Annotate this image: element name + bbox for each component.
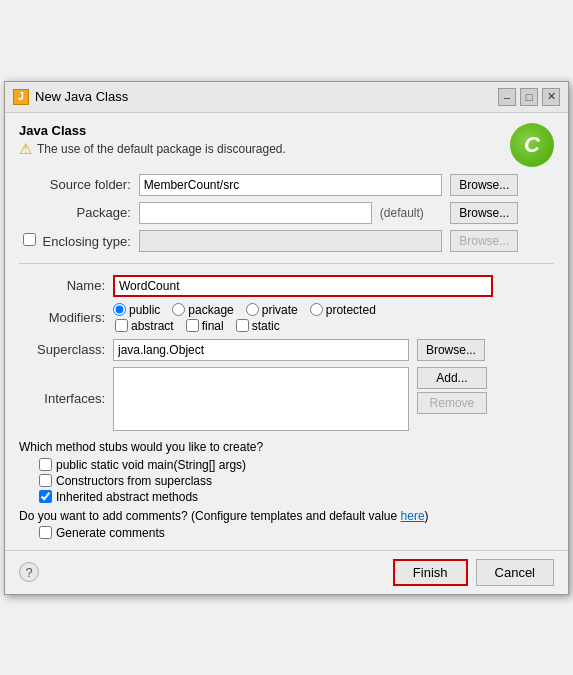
name-table: Name: Modifiers: public xyxy=(19,272,554,434)
modifier-protected[interactable]: protected xyxy=(310,303,376,317)
source-folder-label: Source folder: xyxy=(19,171,135,199)
superclass-browse-cell: Browse... xyxy=(413,336,554,364)
warning-row: ⚠ The use of the default package is disc… xyxy=(19,140,286,158)
stub-label-1: Constructors from superclass xyxy=(56,474,212,488)
finish-button[interactable]: Finish xyxy=(393,559,468,586)
dialog-body: Java Class ⚠ The use of the default pack… xyxy=(5,113,568,550)
stub-checkbox-0[interactable] xyxy=(39,458,52,471)
interfaces-remove-button[interactable]: Remove xyxy=(417,392,487,414)
title-text: New Java Class xyxy=(35,89,128,104)
modifier-abstract[interactable]: abstract xyxy=(115,319,174,333)
modifiers-radios: public package private xyxy=(113,303,550,317)
cancel-button[interactable]: Cancel xyxy=(476,559,554,586)
stub-item-2: Inherited abstract methods xyxy=(39,490,554,504)
generate-comments-label: Generate comments xyxy=(56,526,165,540)
superclass-label: Superclass: xyxy=(19,336,109,364)
package-browse-button[interactable]: Browse... xyxy=(450,202,518,224)
modifier-protected-label: protected xyxy=(326,303,376,317)
modifier-private-radio[interactable] xyxy=(246,303,259,316)
title-bar-left: J New Java Class xyxy=(13,89,128,105)
enclosing-type-input[interactable] xyxy=(139,230,442,252)
modifier-static[interactable]: static xyxy=(236,319,280,333)
interfaces-add-button[interactable]: Add... xyxy=(417,367,487,389)
comments-question-end: ) xyxy=(425,509,429,523)
help-button[interactable]: ? xyxy=(19,562,39,582)
modifier-static-checkbox[interactable] xyxy=(236,319,249,332)
package-label: Package: xyxy=(19,199,135,227)
interfaces-input-cell xyxy=(109,364,413,434)
name-input-cell xyxy=(109,272,554,300)
comments-question: Do you want to add comments? (Configure … xyxy=(19,509,554,523)
stub-label-2: Inherited abstract methods xyxy=(56,490,198,504)
modifier-abstract-checkbox[interactable] xyxy=(115,319,128,332)
section-header: Java Class ⚠ The use of the default pack… xyxy=(19,123,554,167)
package-browse-cell: Browse... xyxy=(446,199,554,227)
modifier-static-label: static xyxy=(252,319,280,333)
enclosing-type-label: Enclosing type: xyxy=(19,227,135,255)
footer-right: Finish Cancel xyxy=(393,559,554,586)
modifier-private[interactable]: private xyxy=(246,303,298,317)
comments-link[interactable]: here xyxy=(401,509,425,523)
minimize-button[interactable]: – xyxy=(498,88,516,106)
modifiers-cell: public package private xyxy=(109,300,554,336)
name-input[interactable] xyxy=(113,275,493,297)
enclosing-type-row: Enclosing type: Browse... xyxy=(19,227,554,255)
close-button[interactable]: ✕ xyxy=(542,88,560,106)
title-bar: J New Java Class – □ ✕ xyxy=(5,82,568,113)
comments-row: Generate comments xyxy=(39,526,554,540)
source-folder-row: Source folder: Browse... xyxy=(19,171,554,199)
maximize-button[interactable]: □ xyxy=(520,88,538,106)
source-folder-browse-button[interactable]: Browse... xyxy=(450,174,518,196)
package-input[interactable] xyxy=(139,202,372,224)
modifier-private-label: private xyxy=(262,303,298,317)
name-label: Name: xyxy=(19,272,109,300)
modifier-package-radio[interactable] xyxy=(172,303,185,316)
section-header-left: Java Class ⚠ The use of the default pack… xyxy=(19,123,286,166)
enclosing-type-input-cell xyxy=(135,227,446,255)
name-row: Name: xyxy=(19,272,554,300)
warning-text: The use of the default package is discou… xyxy=(37,142,286,156)
stub-item-1: Constructors from superclass xyxy=(39,474,554,488)
enclosing-type-checkbox[interactable] xyxy=(23,233,36,246)
superclass-browse-button[interactable]: Browse... xyxy=(417,339,485,361)
modifiers-checkboxes: abstract final static xyxy=(113,319,550,333)
generate-comments-checkbox[interactable] xyxy=(39,526,52,539)
stub-checkbox-1[interactable] xyxy=(39,474,52,487)
modifier-package[interactable]: package xyxy=(172,303,233,317)
stub-checkbox-2[interactable] xyxy=(39,490,52,503)
source-folder-input-cell xyxy=(135,171,446,199)
form-table: Source folder: Browse... Package: (defau… xyxy=(19,171,554,255)
superclass-input-cell xyxy=(109,336,413,364)
modifier-public[interactable]: public xyxy=(113,303,160,317)
source-folder-input[interactable] xyxy=(139,174,442,196)
modifier-final-checkbox[interactable] xyxy=(186,319,199,332)
java-class-icon: J xyxy=(13,89,29,105)
modifier-final-label: final xyxy=(202,319,224,333)
dialog-footer: ? Finish Cancel xyxy=(5,550,568,594)
enclosing-type-browse-cell: Browse... xyxy=(446,227,554,255)
stub-item-0: public static void main(String[] args) xyxy=(39,458,554,472)
package-default-text: (default) xyxy=(380,206,424,220)
package-row: Package: (default) Browse... xyxy=(19,199,554,227)
modifier-abstract-label: abstract xyxy=(131,319,174,333)
superclass-input[interactable] xyxy=(113,339,409,361)
modifiers-label: Modifiers: xyxy=(19,300,109,336)
modifier-protected-radio[interactable] xyxy=(310,303,323,316)
interfaces-row: Interfaces: Add... Remove xyxy=(19,364,554,434)
title-bar-controls: – □ ✕ xyxy=(498,88,560,106)
interfaces-buttons-cell: Add... Remove xyxy=(413,364,554,434)
stubs-list: public static void main(String[] args) C… xyxy=(39,458,554,504)
modifier-public-label: public xyxy=(129,303,160,317)
stub-label-0: public static void main(String[] args) xyxy=(56,458,246,472)
modifier-final[interactable]: final xyxy=(186,319,224,333)
logo-icon: C xyxy=(510,123,554,167)
section-title: Java Class xyxy=(19,123,286,138)
enclosing-type-browse-button[interactable]: Browse... xyxy=(450,230,518,252)
stubs-question: Which method stubs would you like to cre… xyxy=(19,440,554,454)
modifier-package-label: package xyxy=(188,303,233,317)
modifier-public-radio[interactable] xyxy=(113,303,126,316)
superclass-row: Superclass: Browse... xyxy=(19,336,554,364)
interfaces-label: Interfaces: xyxy=(19,364,109,434)
source-folder-browse-cell: Browse... xyxy=(446,171,554,199)
warning-icon: ⚠ xyxy=(19,140,32,158)
